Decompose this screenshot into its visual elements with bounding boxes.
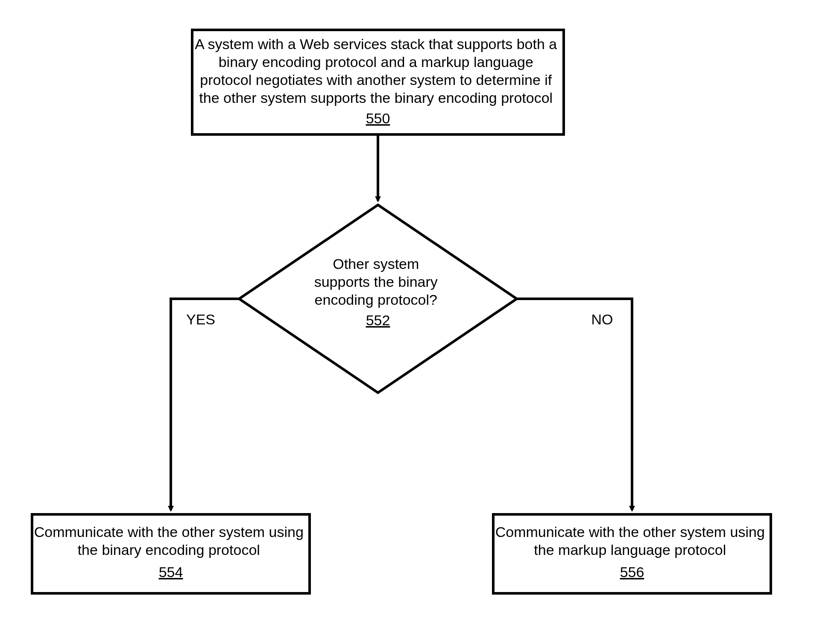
svg-text:Communicate with the other sys: Communicate with the other system using … (34, 524, 308, 580)
branch-yes-label: YES (186, 311, 215, 327)
node-552: Other system supports the binary encodin… (239, 205, 517, 393)
node-550: A system with a Web services stack that … (192, 30, 564, 134)
node-550-line2: binary encoding protocol and a markup la… (219, 54, 533, 70)
flowchart: A system with a Web services stack that … (0, 0, 840, 639)
node-550-line4: the other system supports the binary enc… (199, 90, 553, 106)
node-556-ref: 556 (620, 564, 644, 580)
node-556: Communicate with the other system using … (493, 514, 771, 593)
node-554-ref: 554 (159, 564, 183, 580)
node-552-ref: 552 (366, 312, 390, 328)
svg-text:A system with a Web services s: A system with a Web services stack that … (195, 36, 561, 126)
svg-text:Other system
      supports th: Other system supports the binary encodin… (314, 256, 442, 328)
edge-552-554: YES (171, 299, 239, 510)
node-550-ref: 550 (366, 110, 390, 126)
edge-552-556: NO (517, 299, 632, 510)
node-552-line2: supports the binary (314, 274, 438, 290)
node-552-line1: Other system (333, 256, 419, 272)
node-552-line3: encoding protocol? (315, 292, 437, 308)
node-554: Communicate with the other system using … (32, 514, 310, 593)
node-550-line3: protocol negotiates with another system … (200, 72, 552, 88)
svg-text:Communicate with the other sys: Communicate with the other system using … (495, 524, 769, 580)
branch-no-label: NO (591, 311, 613, 327)
node-554-line1: Communicate with the other system using (34, 524, 304, 540)
node-556-line2: the markup language protocol (534, 542, 726, 558)
node-556-line1: Communicate with the other system using (495, 524, 765, 540)
node-554-line2: the binary encoding protocol (78, 542, 260, 558)
node-550-line1: A system with a Web services stack that … (195, 36, 557, 52)
